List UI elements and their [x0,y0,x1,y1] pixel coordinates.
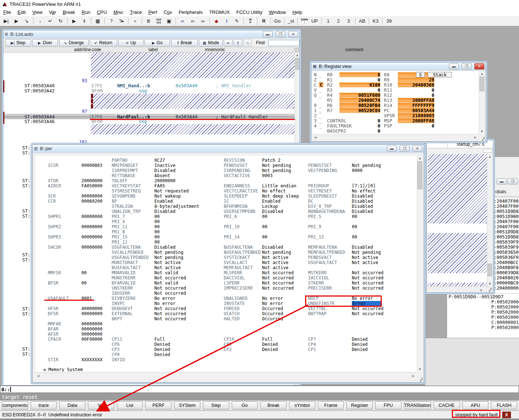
per-field-name[interactable]: IC [224,199,229,204]
menu-window[interactable]: Window [266,9,289,16]
per-field-name[interactable]: BFSR [48,280,58,286]
column-header-mnemonic[interactable]: mnemonic [205,47,238,52]
per-field-name[interactable]: STIR [48,357,58,362]
per-field-value[interactable]: 0003 [262,173,273,178]
go-button[interactable]: ▶Go [145,39,170,46]
per-field-value[interactable]: 00 [262,224,267,229]
scroll-right-icon[interactable]: ▶ [412,374,415,378]
per-field-value[interactable]: 00 [154,214,159,219]
per-field-value[interactable]: Not occurred [154,275,186,280]
softkey-data[interactable]: Data [59,401,85,409]
per-field-value[interactable]: Not occurred [154,306,186,311]
per-field-name[interactable]: DWTTRAP [308,311,327,316]
register-icon[interactable]: R [259,17,269,26]
per-field-name[interactable]: UNSTKERR [112,286,133,291]
softkey-apu[interactable]: APU [462,401,489,409]
resize-grip[interactable]: ▞ [489,288,492,292]
per-field-name[interactable]: SVCALLACT [224,260,247,265]
list-row[interactable]: ST:00503A42BF00nop [3,88,295,93]
per-field-name[interactable]: CCR [48,199,56,204]
per-field-name[interactable]: DACCVIOL [224,275,245,280]
per-field-name[interactable]: MEMFAULTACT [224,265,253,270]
per-field-value[interactable]: Not pending [154,250,183,255]
per-field-name[interactable]: CP11 [112,337,122,342]
key-1-button[interactable]: 1 [323,17,333,26]
list-window-titlebar[interactable]: ≣ B::List.auto ▬ ❐ ✕ [3,30,300,38]
return-button[interactable]: ✔Return [90,39,117,46]
per-field-value[interactable]: 00F00000 [81,337,103,342]
per-field-name[interactable]: SYSRESETREQ [112,188,141,194]
per-close-button[interactable]: ✕ [412,145,422,152]
memory-system-link[interactable]: Memory System [49,367,83,372]
per-field-value[interactable]: Disabled [352,204,373,209]
per-field-name[interactable]: BUSFAULTACT [112,265,141,270]
per-field-name[interactable]: USGFAULTPENDED [112,255,149,260]
per-field-value[interactable]: Not pending [262,163,291,168]
down-icon[interactable]: DWN↓ [300,17,309,26]
startup-vscrollbar[interactable]: ▲ ▼ [487,154,492,286]
scroll-thumb[interactable] [295,58,299,70]
stop-icon[interactable]: ● [130,17,140,26]
per-field-name[interactable]: BFHFNMIGN [224,204,247,209]
per-field-value[interactable]: 00 [352,214,357,219]
per-field-value[interactable]: Enabled [154,199,173,204]
per-field-value[interactable]: Not occurred [352,311,384,316]
per-field-value[interactable]: Not pending [352,250,381,255]
per-field-value[interactable]: 0000 [352,168,362,173]
per-field-value[interactable]: Not valid [154,280,178,286]
softkey-var[interactable]: Var [88,401,114,409]
per-field-name[interactable]: CP5 [224,342,232,347]
per-field-value[interactable]: 00 [352,224,357,229]
scroll-up-icon[interactable]: ▲ [487,154,492,159]
per-field-name[interactable]: VECTACTIVE [224,173,250,178]
scroll-right-icon[interactable]: ▶ [480,288,483,292]
per-field-value[interactable]: Denied [352,342,368,347]
per-field-value[interactable]: No error [154,296,176,301]
softkey-frame[interactable]: Frame [318,401,344,409]
softkey-step[interactable]: Step [203,401,229,409]
per-field-name[interactable]: ISRPENDING [224,168,250,173]
dump-icon[interactable]: 010101 [154,17,164,26]
per-field-name[interactable]: MMARVALID [112,270,135,275]
menu-trgmux[interactable]: TRGMUX [206,9,233,16]
per-vscrollbar[interactable]: ▲ ▼ [417,156,423,372]
per-field-name[interactable]: BFAR [48,327,58,332]
menu-edit[interactable]: Edit [14,9,29,16]
softkey-components[interactable]: components [2,401,28,409]
per-field-value[interactable]: 00000000 [81,194,103,199]
per-field-value[interactable]: 00000000 [81,327,103,332]
per-field-value[interactable]: 20000000 [81,178,103,183]
per-field-name[interactable]: BFARVALID [112,280,135,286]
scroll-left-icon[interactable]: ◀ [37,374,39,378]
per-field-value[interactable]: Not occurred [154,291,186,296]
per-field-name[interactable]: CP3 [112,347,120,352]
per-field-value[interactable]: Patch 2 [262,158,281,163]
per-field-name[interactable]: VECTKEYSTAT [112,183,141,188]
step-label-button[interactable]: _st [286,17,296,26]
per-field-name[interactable]: EXTERNAL [112,311,133,316]
softkey-go[interactable]: Go [232,401,258,409]
menu-run[interactable]: Run [78,9,94,16]
per-field-value[interactable]: Disabled [262,245,283,250]
softkey-list[interactable]: List [117,401,143,409]
per-field-name[interactable]: NMIPENDSET [112,163,138,168]
per-field-name[interactable]: HFSR [48,306,58,311]
softkey-system[interactable]: SYStem [174,401,200,409]
per-field-value[interactable]: Disabled [352,199,373,204]
per-field-name[interactable]: PENDSTSET [308,163,332,168]
per-field-name[interactable]: MMFSR [48,270,61,275]
per-field-value[interactable]: Denied [154,347,170,352]
per-field-value[interactable]: Disabled [154,245,176,250]
per-selected-value[interactable]: Error [352,301,381,306]
per-field-name[interactable]: RETTOBASE [112,173,135,178]
per-field-name[interactable]: ENDIANNESS [224,183,250,188]
per-field-value[interactable]: FA05 [154,183,165,188]
menu-misc[interactable]: Misc [110,9,127,16]
globals-minimize-button[interactable]: ▬ [497,178,507,184]
per-field-value[interactable]: 0001 [81,296,92,301]
per-field-value[interactable]: 00 [352,234,357,240]
key-2-button[interactable]: 2 [334,17,343,26]
per-field-value[interactable]: Not active [262,260,288,265]
per-field-value[interactable]: Not active [154,265,181,270]
per-field-name[interactable]: VECTTBL [308,306,327,311]
